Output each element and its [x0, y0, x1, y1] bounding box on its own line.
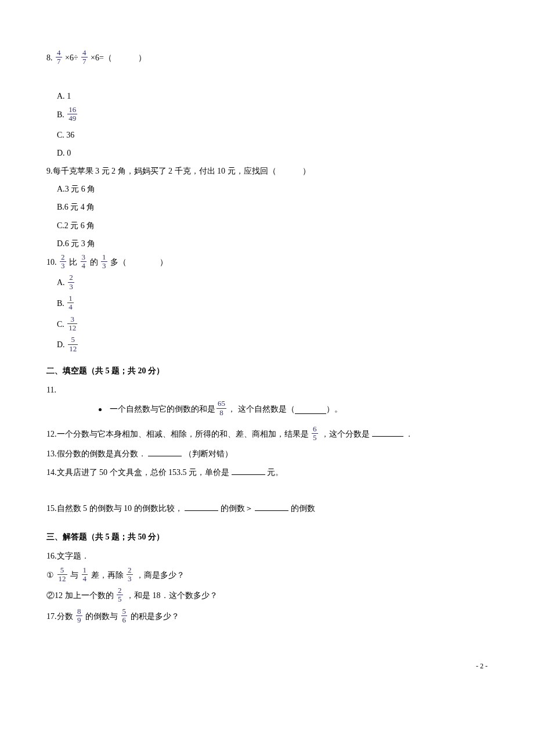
- q12-text-c: ．: [405, 430, 413, 438]
- q10-prefix: 10.: [46, 258, 57, 267]
- q8-text-1: ×6÷: [65, 53, 78, 62]
- opt-value: 6 元 3 角: [65, 239, 96, 248]
- q9-option-a: A.3 元 6 角: [57, 182, 488, 196]
- fraction-2-3-opt: 23: [68, 273, 74, 291]
- section-3-heading: 三、解答题（共 5 题；共 50 分）: [46, 530, 488, 544]
- q10-text-2: 的: [90, 258, 98, 267]
- section-2-heading: 二、填空题（共 5 题；共 20 分）: [46, 363, 488, 378]
- q16-part-1: ① 512 与 14 差，再除 23 ，商是多少？: [46, 567, 488, 585]
- q12-text-b: ，这个分数是: [321, 430, 370, 438]
- opt-label: C.: [57, 131, 64, 139]
- q11-text-b: ， 这个自然数是（: [228, 402, 295, 416]
- q17-text-a: 17.分数: [46, 612, 73, 621]
- q9-close: ）: [302, 167, 311, 175]
- q14-text-b: 元。: [267, 468, 283, 477]
- q9-option-d: D.6 元 3 角: [57, 236, 488, 251]
- q9-option-b: B.6 元 4 角: [57, 200, 488, 214]
- opt-label: D.: [57, 239, 65, 248]
- fraction-3-12-opt: 312: [67, 315, 77, 333]
- q8-close: ）: [138, 53, 146, 62]
- opt-value: 0: [67, 149, 71, 157]
- page-number: - 2 -: [46, 660, 488, 673]
- fraction-4-7-a: 4 7: [56, 49, 62, 66]
- fraction-5-12: 512: [57, 566, 67, 584]
- q10-text-1: 比: [69, 258, 77, 267]
- fraction-1-4: 14: [82, 566, 88, 584]
- q15-blank-1: [185, 502, 218, 511]
- q16-p2-text-a: ②12 加上一个数的: [46, 591, 114, 600]
- q11-text-c: ）。: [326, 402, 342, 416]
- fraction-2-5: 25: [117, 586, 123, 604]
- q16-p1-text-d: ，商是多少？: [136, 571, 185, 579]
- q14-blank: [232, 466, 265, 475]
- opt-value: 36: [66, 131, 74, 139]
- q11-blank: [295, 405, 326, 414]
- q12-text-a: 12.一个分数与它本身相加、相减、相除，所得的和、差、商相加，结果是: [46, 430, 309, 438]
- q15-blank-2: [255, 502, 288, 511]
- q16-part-2: ②12 加上一个数的 25 ，和是 18．这个数多少？: [46, 588, 488, 605]
- opt-value: 3 元 6 角: [65, 185, 96, 193]
- fraction-5-12-opt: 512: [68, 336, 78, 353]
- bullet-icon: [99, 408, 102, 411]
- question-17: 17.分数 89 的倒数与 56 的积是多少？: [46, 609, 488, 626]
- q17-text-c: 的积是多少？: [131, 612, 179, 621]
- fraction-3-4: 3 4: [81, 253, 87, 271]
- q10-option-d: D. 512: [57, 337, 488, 354]
- question-14: 14.文具店进了 50 个文具盒，总价 153.5 元，单价是 元。: [46, 465, 488, 480]
- opt-value: 1: [67, 92, 71, 100]
- q8-option-b: B. 16 49: [57, 107, 488, 124]
- fraction-65-8: 658: [217, 399, 226, 417]
- q13-text-a: 13.假分数的倒数是真分数．: [46, 449, 146, 458]
- q10-option-b: B. 14: [57, 296, 488, 313]
- opt-label: A.: [57, 185, 65, 193]
- q10-text-3: 多（: [110, 258, 127, 267]
- fraction-5-6: 56: [121, 607, 128, 625]
- question-16-label: 16.文字题．: [46, 549, 488, 563]
- question-8: 8. 4 7 ×6÷ 4 7 ×6=（ ）: [46, 50, 488, 67]
- fraction-8-9: 89: [76, 607, 82, 625]
- q12-blank: [372, 428, 403, 437]
- q17-text-b: 的倒数与: [85, 612, 118, 621]
- opt-label: B.: [57, 203, 64, 211]
- q14-text-a: 14.文具店进了 50 个文具盒，总价 153.5 元，单价是: [46, 468, 229, 477]
- q9-stem: 9.每千克苹果 3 元 2 角，妈妈买了 2 千克，付出 10 元，应找回（: [46, 167, 276, 175]
- q16-p2-text-b: ，和是 18．这个数多少？: [126, 591, 218, 600]
- q8-option-a: A. 1: [57, 89, 488, 103]
- fraction-4-7-b: 4 7: [81, 49, 88, 66]
- question-15: 15.自然数 5 的倒数与 10 的倒数比较， 的倒数＞ 的倒数: [46, 501, 488, 516]
- q10-option-c: C. 312: [57, 316, 488, 334]
- q15-text-b: 的倒数＞: [221, 504, 253, 513]
- opt-label: A.: [57, 92, 65, 100]
- q11-text-a: 一个自然数与它的倒数的和是: [110, 402, 215, 416]
- q8-text-2: ×6=（: [91, 53, 112, 62]
- q11-bullet-item: 一个自然数与它的倒数的和是 658 ， 这个自然数是（ ）。: [99, 401, 488, 418]
- opt-label: D.: [57, 149, 65, 157]
- opt-label: C.: [57, 320, 64, 329]
- q8-option-c: C. 36: [57, 128, 488, 142]
- q15-text-a: 15.自然数 5 的倒数与 10 的倒数比较，: [46, 504, 183, 513]
- q9-option-c: C.2 元 6 角: [57, 218, 488, 233]
- q8-prefix: 8.: [46, 53, 53, 62]
- question-12: 12.一个分数与它本身相加、相减、相除，所得的和、差、商相加，结果是 65 ，这…: [46, 426, 488, 444]
- q13-blank: [148, 448, 182, 456]
- fraction-2-3: 2 3: [60, 253, 66, 271]
- fraction-2-3-q16: 23: [127, 566, 133, 584]
- question-9: 9.每千克苹果 3 元 2 角，妈妈买了 2 千克，付出 10 元，应找回（ ）: [46, 164, 488, 178]
- q16-p1-text-b: 与: [70, 571, 78, 579]
- fraction-6-5: 65: [312, 425, 318, 442]
- q13-text-b: （判断对错）: [184, 449, 233, 458]
- q16-p1-text-c: 差，再除: [91, 571, 124, 579]
- fraction-1-4-opt: 14: [67, 294, 74, 312]
- question-11-label: 11.: [46, 383, 488, 397]
- q10-option-a: A. 23: [57, 275, 488, 292]
- opt-label: B.: [57, 110, 64, 119]
- fraction-16-49: 16 49: [67, 106, 77, 123]
- q16-p1-num: ①: [46, 568, 54, 582]
- opt-label: A.: [57, 278, 65, 287]
- q10-close: ）: [160, 258, 168, 267]
- fraction-1-3: 1 3: [101, 253, 107, 271]
- opt-value: 2 元 6 角: [64, 221, 95, 230]
- q15-text-c: 的倒数: [291, 504, 315, 513]
- question-13: 13.假分数的倒数是真分数． （判断对错）: [46, 447, 488, 461]
- question-10: 10. 2 3 比 3 4 的 1 3 多（ ）: [46, 254, 488, 272]
